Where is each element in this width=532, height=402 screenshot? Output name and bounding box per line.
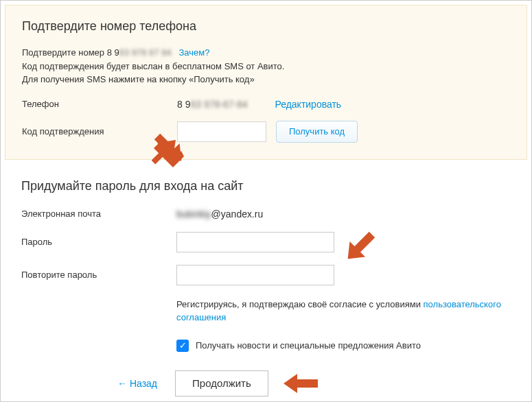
why-link[interactable]: Зачем?: [179, 47, 210, 58]
password-input[interactable]: [176, 232, 334, 252]
phone-value: 8 963 978-67-84: [177, 99, 248, 110]
email-label: Электронная почта: [21, 209, 176, 219]
navigation-row: ← Назад Продолжить: [117, 370, 511, 397]
newsletter-label: Получать новости и специальные предложен…: [196, 340, 421, 351]
info-line-sms: Код подтверждения будет выслан в бесплат…: [22, 60, 513, 73]
confirm-password-input[interactable]: [176, 265, 334, 285]
confirm-prefix-text: Подтвердите номер: [22, 47, 107, 58]
continue-button[interactable]: Продолжить: [175, 370, 268, 397]
terms-text: Регистрируясь, я подтверждаю своё соглас…: [176, 298, 511, 324]
email-local-blurred: bukinkiy: [176, 209, 211, 220]
password-section: Придумайте пароль для входа на сайт Элек…: [5, 179, 527, 397]
phone-section-title: Подтвердите номер телефона: [22, 19, 513, 34]
email-domain: @yandex.ru: [211, 209, 264, 220]
terms-prefix: Регистрируясь, я подтверждаю своё соглас…: [176, 299, 424, 309]
verification-code-input[interactable]: [177, 121, 266, 142]
confirm-num-blurred: 63 978 67 84: [119, 47, 172, 58]
password-section-title: Придумайте пароль для входа на сайт: [21, 179, 511, 193]
phone-verification-panel: Подтвердите номер телефона Подтвердите н…: [5, 5, 527, 160]
edit-phone-link[interactable]: Редактировать: [275, 99, 341, 110]
back-link[interactable]: ← Назад: [117, 378, 157, 389]
info-line-howto: Для получения SMS нажмите на кнопку «Пол…: [22, 73, 513, 86]
code-row: Код подтверждения Получить код: [22, 121, 513, 143]
arrow-annotation-continue-icon: [279, 370, 323, 397]
password-row: Пароль: [21, 232, 511, 252]
phone-prefix: 8 9: [177, 99, 190, 110]
get-code-button[interactable]: Получить код: [276, 121, 358, 143]
code-label: Код подтверждения: [22, 126, 177, 137]
email-row: Электронная почта bukinkiy@yandex.ru: [21, 209, 511, 220]
phone-row: Телефон 8 963 978-67-84 Редактировать: [22, 99, 513, 110]
confirm-password-label: Повторите пароль: [21, 270, 176, 280]
svg-marker-4: [284, 374, 318, 393]
phone-info-block: Подтвердите номер 8 963 978 67 84 Зачем?…: [22, 46, 513, 86]
confirm-password-row: Повторите пароль: [21, 265, 511, 285]
newsletter-row: ✓ Получать новости и специальные предлож…: [176, 340, 511, 352]
newsletter-checkbox[interactable]: ✓: [176, 340, 189, 352]
email-value: bukinkiy@yandex.ru: [176, 209, 263, 220]
phone-blurred: 63 978-67-84: [190, 99, 247, 110]
phone-label: Телефон: [22, 99, 177, 109]
password-label: Пароль: [21, 237, 176, 247]
svg-marker-0: [154, 143, 184, 167]
confirm-number-line: Подтвердите номер 8 963 978 67 84 Зачем?: [22, 46, 513, 60]
confirm-num-visible: 8 9: [107, 47, 119, 58]
